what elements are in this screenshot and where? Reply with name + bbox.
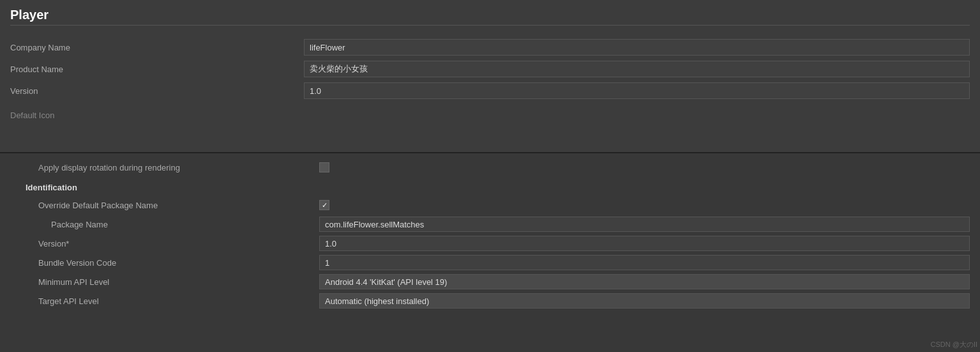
- default-icon-label: Default Icon: [10, 105, 304, 120]
- company-name-row: Company Name: [10, 37, 970, 57]
- company-name-input[interactable]: [304, 39, 970, 56]
- bottom-panel: Apply display rotation during rendering …: [0, 153, 980, 352]
- package-name-row: Package Name: [26, 215, 970, 233]
- override-package-name-row: Override Default Package Name: [26, 196, 970, 214]
- panel-title: Player: [10, 8, 970, 26]
- watermark: CSDN @大のII: [930, 340, 977, 349]
- minimum-api-level-dropdown[interactable]: [319, 274, 970, 289]
- product-name-input[interactable]: [304, 61, 970, 77]
- display-rotation-label: Apply display rotation during rendering: [26, 163, 319, 172]
- version-star-input[interactable]: [319, 236, 970, 251]
- product-name-row: Product Name: [10, 59, 970, 79]
- version-star-label: Version*: [26, 239, 319, 249]
- product-name-label: Product Name: [10, 65, 304, 74]
- display-rotation-row: Apply display rotation during rendering: [26, 158, 970, 176]
- minimum-api-level-row: Minimum API Level: [26, 273, 970, 291]
- bundle-version-code-input[interactable]: [319, 255, 970, 270]
- target-api-level-row: Target API Level: [26, 292, 970, 310]
- version-star-row: Version*: [26, 234, 970, 252]
- bundle-version-code-label: Bundle Version Code: [26, 258, 319, 268]
- company-name-label: Company Name: [10, 43, 304, 52]
- minimum-api-level-label: Minimum API Level: [26, 277, 319, 287]
- identification-section: Override Default Package Name Package Na…: [26, 196, 970, 310]
- default-icon-row: Default Icon: [10, 102, 970, 123]
- package-name-label: Package Name: [26, 220, 319, 229]
- package-name-input[interactable]: [319, 217, 970, 232]
- version-label: Version: [10, 86, 304, 96]
- override-package-name-label: Override Default Package Name: [26, 201, 319, 210]
- version-row: Version: [10, 80, 970, 101]
- identification-header: Identification: [26, 183, 970, 192]
- bundle-version-code-row: Bundle Version Code: [26, 254, 970, 272]
- override-package-name-checkbox[interactable]: [319, 200, 329, 210]
- target-api-level-dropdown[interactable]: [319, 293, 970, 309]
- version-input[interactable]: [304, 82, 970, 99]
- display-rotation-checkbox[interactable]: [319, 162, 329, 172]
- top-panel: Player Company Name Product Name Version…: [0, 0, 980, 153]
- target-api-level-label: Target API Level: [26, 296, 319, 306]
